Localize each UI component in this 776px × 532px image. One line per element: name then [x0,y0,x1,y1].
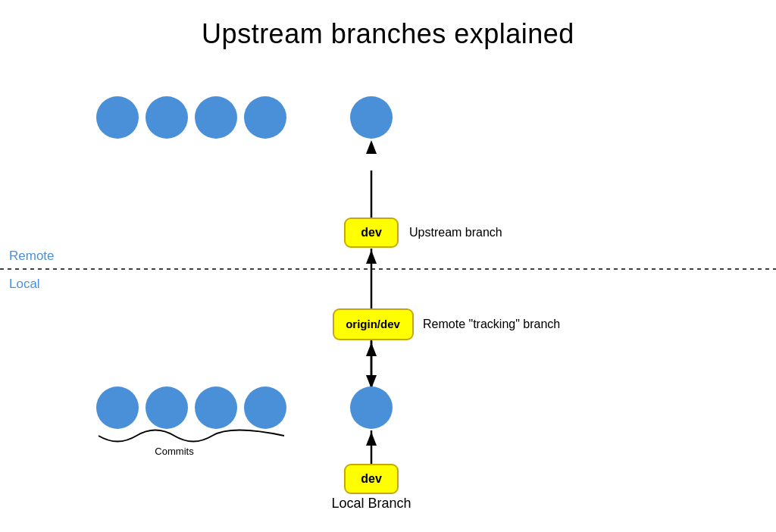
origin-dev-label: origin/dev [346,318,400,330]
local-dev-label: dev [361,472,382,485]
page-title: Upstream branches explained [0,0,776,50]
remote-commit-circle-3 [195,96,237,139]
main-container: Upstream branches explained dev Upstream… [0,0,776,532]
remote-commit-circle-1 [96,96,139,139]
commits-label: Commits [155,446,194,457]
local-commit-circle-1 [96,386,139,429]
tracking-branch-label: Remote "tracking" branch [423,318,560,330]
arrowhead-local-dev [366,432,377,446]
commits-brace [99,430,284,442]
arrowhead-tracking-up [366,250,377,264]
local-branch-label: Local Branch [331,496,411,511]
remote-commit-circle-2 [146,96,188,139]
local-commit-circle-3 [195,386,237,429]
arrowhead-local-up [366,343,377,356]
diagram-svg: dev Upstream branch Remote Local origin/… [0,53,776,530]
upstream-dev-label: dev [361,226,382,239]
local-commit-circle-5 [350,386,393,429]
local-commit-circle-4 [244,386,286,429]
remote-commit-circle-4 [244,96,286,139]
arrowhead-remote [366,140,377,154]
local-commit-circle-2 [146,386,188,429]
local-label: Local [9,277,40,291]
remote-label: Remote [9,249,55,263]
remote-commit-circle-5 [350,96,393,139]
upstream-branch-label: Upstream branch [409,226,502,239]
